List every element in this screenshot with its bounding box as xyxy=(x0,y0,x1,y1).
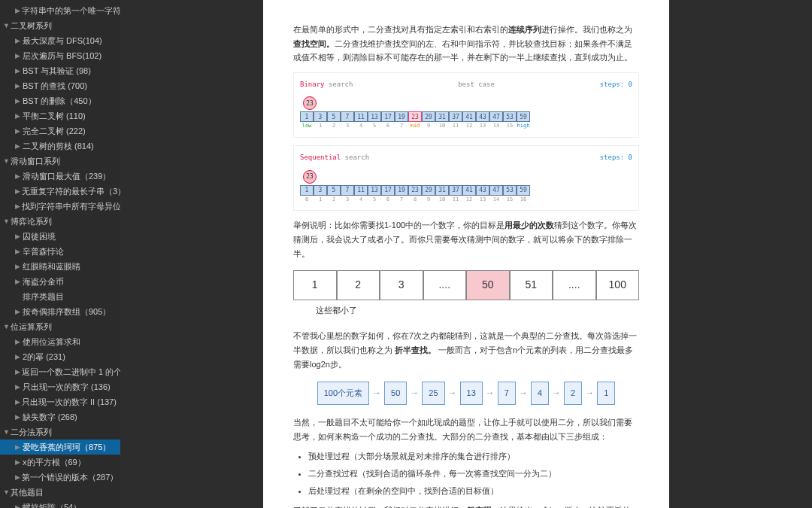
chevron-right-icon: ▶ xyxy=(15,185,20,197)
nav-label: 辛普森悖论 xyxy=(23,245,64,257)
chevron-right-icon: ▶ xyxy=(15,170,21,182)
array-cell: 53 xyxy=(503,185,517,196)
nav-item[interactable]: ▶平衡二叉树 (110) xyxy=(0,108,120,123)
target-ball: 23 xyxy=(303,170,317,184)
example-paragraph: 举例说明：比如你需要找1-100中的一个数字，你的目标是用最少的次数猜到这个数字… xyxy=(293,218,639,260)
nav-section[interactable]: ▼位运算系列 xyxy=(0,319,120,334)
nav-label: 排序类题目 xyxy=(23,291,64,303)
nav-label: 博弈论系列 xyxy=(11,215,52,227)
nav-item[interactable]: ▶找到字符串中所有字母异位词（... xyxy=(0,199,120,214)
chevron-right-icon: ▶ xyxy=(15,200,20,212)
intro-paragraph: 在最简单的形式中，二分查找对具有指定左索引和右索引的连续序列进行操作。我们也称之… xyxy=(293,23,639,65)
nav-item[interactable]: ▶使用位运算求和 xyxy=(0,334,120,349)
list-item: 后处理过程（在剩余的空间中，找到合适的目标值） xyxy=(308,484,639,498)
nav-item[interactable]: ▶字符串中的第一个唯一字符 (387) xyxy=(0,3,120,18)
chevron-right-icon: ▶ xyxy=(15,5,20,17)
chevron-right-icon: ▶ xyxy=(15,275,21,287)
array-cell: 19 xyxy=(395,185,408,196)
array-cell: 53 xyxy=(503,111,517,122)
nav-label: 滑动窗口系列 xyxy=(11,155,60,167)
nav-item[interactable]: ▶完全二叉树 (222) xyxy=(0,123,120,138)
nav-section[interactable]: ▼滑动窗口系列 xyxy=(0,154,120,169)
nav-item[interactable]: ▶BST 的删除（450） xyxy=(0,93,120,108)
nav-item[interactable]: ▶滑动窗口最大值（239） xyxy=(0,169,120,184)
chevron-right-icon: ▶ xyxy=(15,245,21,257)
nav-section[interactable]: ▼二分法系列 xyxy=(0,424,120,440)
nav-label: 找到字符串中所有字母异位词（... xyxy=(22,200,120,212)
nav-item[interactable]: 排序类题目 xyxy=(0,289,120,304)
nav-item[interactable]: ▶x的平方根（69） xyxy=(0,455,120,470)
index-label: 4 xyxy=(354,196,368,205)
array-cell: 41 xyxy=(462,111,476,122)
array-cell: 37 xyxy=(449,111,462,122)
steps-list: 预处理过程（大部分场景就是对未排序的集合进行排序）二分查找过程（找到合适的循环条… xyxy=(308,449,639,497)
chevron-right-icon: ▶ xyxy=(15,65,21,77)
range-cell: .... xyxy=(553,270,596,300)
chevron-right-icon: ▶ xyxy=(15,441,21,453)
chevron-right-icon: ▶ xyxy=(15,125,21,137)
array-cell: 31 xyxy=(435,185,449,196)
number-range-cells: 123....5051....100 xyxy=(293,270,639,300)
nav-label: BST 与其验证 (98) xyxy=(23,65,91,77)
nav-item[interactable]: ▶第一个错误的版本（287） xyxy=(0,470,120,485)
nav-item[interactable]: ▶返回一个数二进制中 1 的个数 (19... xyxy=(0,364,120,379)
index-label: 2 xyxy=(327,122,341,131)
flow-step: 13 xyxy=(460,382,483,405)
arrow-icon: → xyxy=(410,385,419,400)
nav-item[interactable]: ▶二叉树的剪枝 (814) xyxy=(0,138,120,154)
nav-item[interactable]: ▶只出现一次的数字 II (137) xyxy=(0,394,120,409)
nav-section[interactable]: ▼博弈论系列 xyxy=(0,214,120,229)
nav-label: 返回一个数二进制中 1 的个数 (19... xyxy=(22,366,120,378)
index-label: 9 xyxy=(422,196,435,205)
index-label: 14 xyxy=(489,196,503,205)
chevron-right-icon: ▶ xyxy=(15,230,21,242)
flow-step: 100个元素 xyxy=(317,382,369,405)
chevron-right-icon: ▶ xyxy=(15,80,21,92)
range-cell: 3 xyxy=(380,270,423,300)
nav-item[interactable]: ▶BST 的查找 (700) xyxy=(0,78,120,93)
nav-item[interactable]: ▶红眼睛和蓝眼睛 xyxy=(0,259,120,274)
nav-section[interactable]: ▼二叉树系列 xyxy=(0,18,120,33)
nav-item[interactable]: ▶BST 与其验证 (98) xyxy=(0,63,120,78)
range-cell: 100 xyxy=(596,270,640,300)
index-label: 13 xyxy=(476,122,489,131)
nav-item[interactable]: ▶最大深度与 DFS(104) xyxy=(0,33,120,48)
nav-item[interactable]: ▶螺旋矩阵（54） xyxy=(0,500,120,508)
chevron-right-icon: ▶ xyxy=(15,306,21,318)
index-label: 6 xyxy=(381,196,395,205)
nav-label: 层次遍历与 BFS(102) xyxy=(23,50,102,62)
range-hint-label: 这些都小了 xyxy=(316,303,639,318)
nav-label: 按奇偶排序数组（905） xyxy=(23,306,111,318)
nav-section[interactable]: ▼其他题目 xyxy=(0,485,120,500)
nav-label: 使用位运算求和 xyxy=(23,336,80,348)
arrow-icon: → xyxy=(552,385,561,400)
nav-item[interactable]: ▶2的幂 (231) xyxy=(0,349,120,364)
nav-item[interactable]: ▶海盗分金币 xyxy=(0,274,120,289)
array-cell: 31 xyxy=(435,111,449,122)
binary-search-visual: Binary search best case steps: 0 23 1357… xyxy=(293,72,639,138)
nav-label: 二叉树系列 xyxy=(11,20,52,32)
array-cell: 59 xyxy=(517,111,530,122)
array-cell: 1 xyxy=(300,111,314,122)
index-label: 10 xyxy=(435,196,449,205)
nav-item[interactable]: ▶爱吃香蕉的珂珂（875） xyxy=(0,440,120,455)
nav-label: BST 的查找 (700) xyxy=(23,80,87,92)
nav-item[interactable]: ▶缺失数字 (268) xyxy=(0,409,120,424)
nav-item[interactable]: ▶按奇偶排序数组（905） xyxy=(0,304,120,319)
nav-item[interactable]: ▶囚徒困境 xyxy=(0,229,120,244)
chevron-right-icon: ▶ xyxy=(15,110,21,122)
array-cell: 29 xyxy=(422,111,435,122)
nav-item[interactable]: ▶只出现一次的数字 (136) xyxy=(0,379,120,394)
index-label: low xyxy=(300,122,314,131)
nav-item[interactable]: ▶层次遍历与 BFS(102) xyxy=(0,48,120,63)
array-cell: 41 xyxy=(462,185,476,196)
nav-item[interactable]: ▶辛普森悖论 xyxy=(0,244,120,259)
array-cell: 19 xyxy=(395,111,408,122)
chevron-right-icon: ▶ xyxy=(15,411,21,423)
array-cell: 11 xyxy=(354,185,368,196)
array-cell: 3 xyxy=(314,111,327,122)
chevron-down-icon: ▼ xyxy=(3,20,9,32)
nav-item[interactable]: ▶无重复字符的最长子串（3） xyxy=(0,184,120,199)
chevron-right-icon: ▶ xyxy=(15,50,21,62)
index-label: 3 xyxy=(341,122,354,131)
